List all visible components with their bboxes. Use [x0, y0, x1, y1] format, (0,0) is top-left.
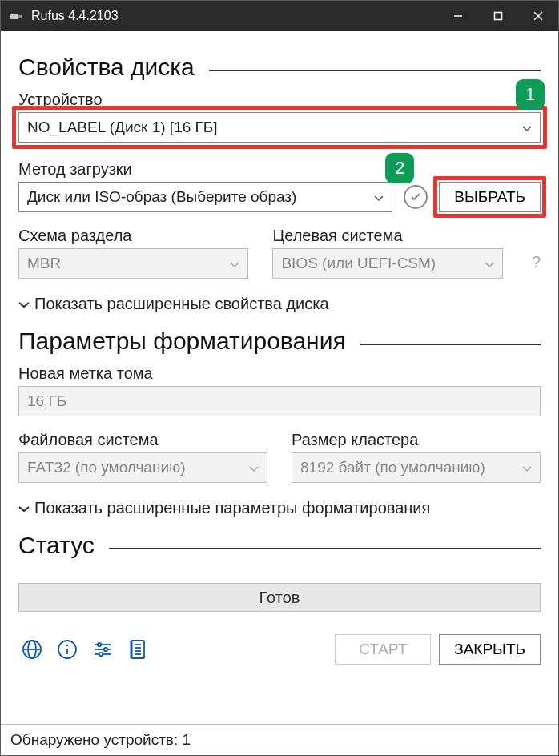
svg-point-15 — [98, 643, 101, 646]
close-button[interactable] — [518, 1, 558, 31]
boot-select-value: Диск или ISO-образ (Выберите образ) — [27, 188, 296, 206]
minimize-button[interactable] — [438, 1, 478, 31]
statusbar: Обнаружено устройств: 1 — [1, 724, 558, 755]
titlebar: Rufus 4.4.2103 — [1, 1, 558, 31]
section-format-options: Параметры форматирования — [18, 328, 541, 355]
start-button[interactable]: СТАРТ — [335, 634, 431, 665]
toggle-advanced-drive[interactable]: Показать расширенные свойства диска — [18, 295, 541, 313]
partition-scheme-label: Схема раздела — [18, 227, 248, 245]
divider — [209, 70, 541, 71]
chevron-down-icon — [18, 499, 30, 517]
chevron-down-icon — [230, 255, 239, 272]
close-app-button[interactable]: ЗАКРЫТЬ — [439, 634, 541, 665]
filesystem-value: FAT32 (по умолчанию) — [27, 459, 186, 477]
app-icon — [9, 9, 23, 23]
section-title: Параметры форматирования — [18, 328, 346, 355]
cluster-value: 8192 байт (по умолчанию) — [300, 459, 485, 477]
language-button[interactable] — [18, 636, 46, 663]
advanced-format-label: Показать расширенные параметры форматиро… — [34, 499, 430, 517]
target-system-select[interactable]: BIOS (или UEFI-CSM) — [272, 248, 502, 279]
svg-point-17 — [99, 653, 103, 656]
content-area: Свойства диска Устройство 1 NO_LABEL (Ди… — [1, 31, 558, 724]
chevron-down-icon — [522, 119, 532, 136]
target-value: BIOS (или UEFI-CSM) — [281, 255, 436, 272]
svg-point-16 — [104, 648, 107, 651]
status-progress: Готов — [18, 583, 541, 612]
divider — [109, 548, 541, 549]
partition-scheme-select[interactable]: MBR — [18, 248, 248, 279]
chevron-down-icon — [249, 459, 259, 477]
device-highlight: 1 NO_LABEL (Диск 1) [16 ГБ] — [12, 106, 547, 149]
chevron-down-icon — [522, 459, 532, 477]
footer-row: СТАРТ ЗАКРЫТЬ — [18, 634, 541, 665]
maximize-button[interactable] — [478, 1, 518, 31]
svg-rect-18 — [131, 641, 144, 658]
settings-button[interactable] — [89, 636, 116, 663]
divider — [360, 344, 541, 345]
section-drive-properties: Свойства диска — [18, 54, 541, 81]
filesystem-label: Файловая система — [18, 431, 267, 449]
volume-label-input[interactable]: 16 ГБ — [18, 386, 541, 416]
chevron-down-icon — [374, 188, 384, 206]
section-title: Свойства диска — [18, 54, 195, 81]
section-title: Статус — [18, 532, 95, 559]
chevron-down-icon — [485, 255, 494, 272]
cluster-size-label: Размер кластера — [292, 431, 541, 449]
hash-check-button[interactable] — [404, 185, 428, 209]
section-status: Статус — [18, 532, 541, 559]
about-button[interactable] — [54, 636, 81, 663]
browse-highlight: ВЫБРАТЬ — [433, 176, 546, 218]
annotation-badge-2: 2 — [385, 153, 414, 183]
svg-rect-3 — [495, 13, 502, 20]
window-title: Rufus 4.4.2103 — [31, 9, 438, 23]
toggle-advanced-format[interactable]: Показать расширенные параметры форматиро… — [18, 499, 541, 517]
chevron-down-icon — [18, 295, 30, 313]
devices-found-text: Обнаружено устройств: 1 — [10, 731, 191, 748]
filesystem-select[interactable]: FAT32 (по умолчанию) — [18, 452, 267, 483]
volume-label-label: Новая метка тома — [18, 364, 541, 383]
advanced-drive-label: Показать расширенные свойства диска — [34, 295, 329, 313]
svg-rect-0 — [10, 14, 18, 19]
device-select[interactable]: NO_LABEL (Диск 1) [16 ГБ] — [18, 112, 541, 143]
cluster-size-select[interactable]: 8192 байт (по умолчанию) — [292, 452, 541, 483]
status-text: Готов — [259, 589, 300, 607]
device-select-value: NO_LABEL (Диск 1) [16 ГБ] — [27, 119, 218, 136]
svg-point-10 — [66, 645, 69, 647]
target-system-label: Целевая система — [272, 227, 502, 245]
svg-rect-1 — [18, 15, 22, 18]
help-icon[interactable]: ? — [532, 253, 541, 271]
log-button[interactable] — [124, 636, 151, 663]
boot-selection-select[interactable]: Диск или ISO-образ (Выберите образ) — [18, 182, 392, 212]
volume-value: 16 ГБ — [27, 392, 66, 410]
select-image-button[interactable]: ВЫБРАТЬ — [439, 182, 541, 212]
annotation-badge-1: 1 — [516, 79, 545, 110]
partition-value: MBR — [27, 255, 61, 272]
app-window: Rufus 4.4.2103 Свойства диска Устройство… — [0, 0, 559, 756]
